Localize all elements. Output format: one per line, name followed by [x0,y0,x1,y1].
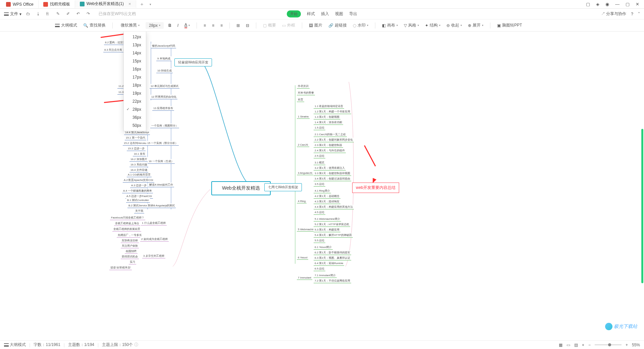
leaf[interactable]: 1.3 第2天：创建视图 [314,115,340,119]
font-size-option-50px[interactable]: 50px [124,121,146,130]
leaf[interactable]: 3.3 第2天：创建控制器和视图 [314,171,351,176]
leaf[interactable]: 3.1 概览 [314,160,325,165]
section-7 Immutant[interactable]: 7 Immutant [297,276,312,280]
leaf[interactable]: 5.2 第1天：HTTP请求状态机 [314,222,350,227]
leaf[interactable]: 6.2 第1天：卧不能接待的路军 [314,250,351,255]
left-leaf[interactable]: 12 环境博览的自动化 [150,95,177,99]
section-2 CanJS[interactable]: 2 CanJS [297,143,309,147]
font-size-option-17px[interactable]: 17px [124,73,146,81]
leaf[interactable]: 1.4 第3天：添加依功能 [314,120,343,125]
frame-button[interactable]: ▭ 外框 [281,21,297,29]
leaf[interactable]: 5.5 总结 [314,238,325,243]
font-size-option-16px[interactable]: 16px [124,65,146,73]
font-color-button[interactable]: A▾ [183,21,191,29]
sibling-node-icon[interactable]: ⊟ [245,22,251,29]
start-tab[interactable]: 开始 [287,10,301,17]
zoom-slider[interactable] [595,344,622,345]
font-size-option-12px[interactable]: 12px [124,33,146,41]
bottom-leaf[interactable]: 校园招聘 [125,249,138,254]
sub-top-node[interactable]: 轻量级Web应用开发 [174,58,212,66]
share-button[interactable]: ↗ 分享与协作 [601,11,626,17]
child-node-icon[interactable]: ⊞ [235,22,241,29]
bottom-leaf[interactable]: 全栈工程师的发展前景 [112,227,141,232]
leaf[interactable]: 3.2 第1天：使用依赖注入 [314,166,346,170]
tab-document-active[interactable]: Web全栈开发精选(1) × [75,0,136,8]
font-size-dropdown[interactable]: 12px13px14px15px16px17px18px19px22px28px… [123,32,146,131]
tab-wps-office[interactable]: WPS Office [1,0,39,8]
align-right-icon[interactable]: ≡ [219,22,224,29]
left-leaf[interactable]: 15.2 运布到Heroku [123,141,148,146]
maximize-icon[interactable]: ▢ [626,2,630,7]
expand-button[interactable]: ⊕ 展开 ▾ [467,21,485,29]
bottom-leaf[interactable]: 读读“好坏程序员” [109,265,132,270]
left-leaf[interactable]: B.2 测试Service [127,203,149,208]
bottom-leaf[interactable]: 2 如何成为全栈工程师 [140,237,169,242]
style-button[interactable]: ▽ 风格 ▾ [402,21,420,29]
leaf[interactable]: 6.1 Yesod简介 [314,245,333,250]
close-window-icon[interactable]: ✕ [636,2,639,7]
tab-dropdown-icon[interactable]: ▾ [148,2,153,7]
menu-view[interactable]: 视图 [335,11,343,17]
bottom-leaf[interactable]: Facebook只招全栈工程师？ [110,215,145,220]
leaf[interactable]: 1.5 总结 [314,126,325,130]
left-leaf[interactable]: A.3 迈进一步 [130,183,148,188]
leaf[interactable]: 6.4 第3天：延续Rumble [314,261,344,266]
left-leaf[interactable]: 关于我 [134,209,144,213]
download-icon[interactable]: ⭳ [36,11,42,17]
leaf[interactable]: 5.4 第3天：解开HTTP的神秘面 [314,233,353,238]
section-4 Ring[interactable]: 4 Ring [297,199,307,203]
canvas-button[interactable]: ◧ 画布 ▾ [381,21,399,29]
status-outline[interactable]: 大纲模式 [10,342,26,348]
bottom-leaf[interactable]: 关注用户体验 [121,244,139,248]
structure-button[interactable]: ✦ 结构 ▾ [424,21,442,29]
leaf[interactable]: 2.1 CanJS的独一无二之处 [314,132,347,137]
align-left-icon[interactable]: ≡ [202,22,207,29]
font-family-select[interactable]: 微软雅黑▾ [118,21,142,29]
view-grid-icon[interactable]: ▦ [559,343,562,347]
center-node[interactable]: Web全栈开发精选 [211,181,271,195]
view-read-icon[interactable]: ▭ [567,343,570,347]
red-summary-node[interactable]: web开发重要内容总结 [352,183,399,193]
leaf[interactable]: 5.3 第2天：构建应用 [314,228,340,232]
info-icon[interactable]: ⓘ [134,342,138,348]
add-tab-button[interactable]: ＋ [136,1,148,8]
leaf[interactable]: 4.4 第3天：构建应用的其他方法 [314,205,354,209]
section-1 Sinatra[interactable]: 1 Sinatra [297,115,310,119]
leaf[interactable]: 6.3 第2天：视图、真素和认证 [314,256,351,260]
user-avatar-icon[interactable]: ◉ [605,2,609,7]
mindmap-canvas[interactable]: 12px13px14px15px16px17px18px19px22px28px… [0,32,644,340]
tab-find-template[interactable]: 找稻壳模板 [39,0,75,8]
export-icon[interactable]: ⎘ [46,11,52,17]
left-leaf[interactable]: B.1 测试Controller [126,198,150,203]
align-center-icon[interactable]: ≡ [211,22,216,29]
brush-icon[interactable]: ✐ [66,11,72,17]
font-size-select[interactable]: 28px▾ [146,22,164,29]
insert-image-button[interactable]: 🖼 图片 [308,21,324,29]
help-icon[interactable]: ? [631,12,633,16]
leaf[interactable]: 1.2 第1天：构建一个书签应用 [314,109,351,114]
left-leaf[interactable]: 附录B Angularjs的测试 [147,203,176,208]
locate-icon[interactable]: ⌖ [582,343,584,347]
italic-button[interactable]: I [176,22,180,29]
find-replace-button[interactable]: 🔍 查找替换 [82,21,107,29]
redo-icon[interactable]: ↷ [87,11,92,17]
sub-right-node[interactable]: 七周七Web开发框架 [264,183,302,191]
font-size-option-15px[interactable]: 15px [124,57,146,65]
bottom-leaf[interactable]: 实习 [129,260,136,264]
left-leaf[interactable]: 12 单元测试与生成测试 [150,84,179,89]
font-size-option-19px[interactable]: 19px [124,89,146,97]
file-menu[interactable]: 文件 ▾ [4,11,21,17]
zoom-in-icon[interactable]: + [626,343,628,347]
left-leaf[interactable]: A.4 一个邮编有趣的脚本 [122,189,153,193]
leaf[interactable]: 7.2 第1天：不但仅是网络应用 [314,279,351,283]
left-leaf[interactable]: 16.1 发布 [133,152,146,156]
left-leaf[interactable]: 15 一个实例（部分分析） [146,141,179,146]
bottom-leaf[interactable]: 1 什么是全栈工程师 [141,221,167,226]
leaf[interactable]: 1.1 谁是的领域特定语言 [314,104,344,109]
mindmap-to-ppt-button[interactable]: ▣ 脑图转PPT [496,21,523,29]
left-leaf[interactable]: 15.1 第一个选代 [125,136,146,140]
cube-icon[interactable]: ◈ [596,2,599,7]
undo-icon[interactable]: ↶ [76,11,82,17]
watermark-button[interactable]: ◌ 水印 ▾ [352,21,370,29]
leaf[interactable]: 2.5 总结 [314,154,325,158]
